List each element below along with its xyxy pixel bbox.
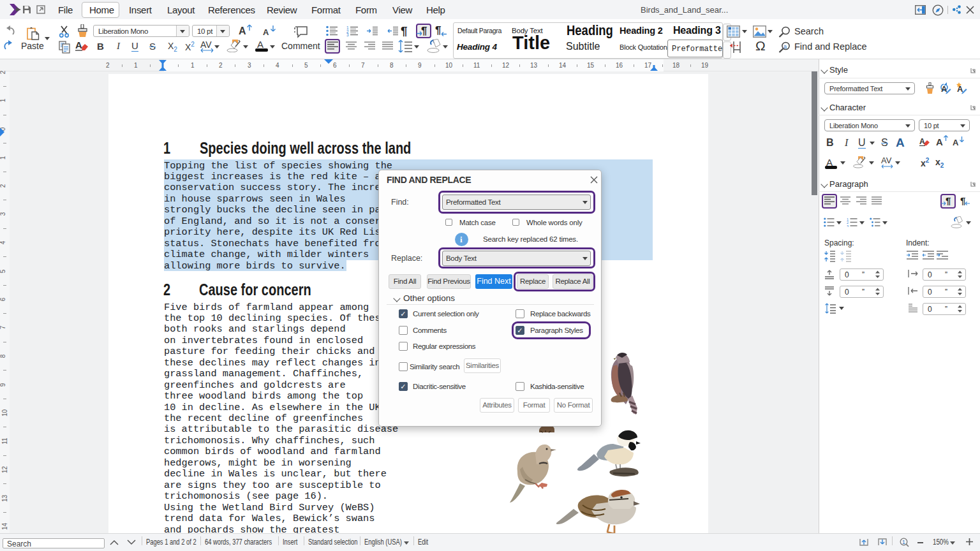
svg-text:3: 3: [847, 224, 849, 228]
svg-text:a: a: [783, 43, 787, 50]
svg-text:3: 3: [346, 33, 349, 36]
svg-text:1: 1: [902, 539, 905, 545]
svg-text:A: A: [75, 40, 82, 50]
svg-text:A: A: [919, 137, 925, 146]
